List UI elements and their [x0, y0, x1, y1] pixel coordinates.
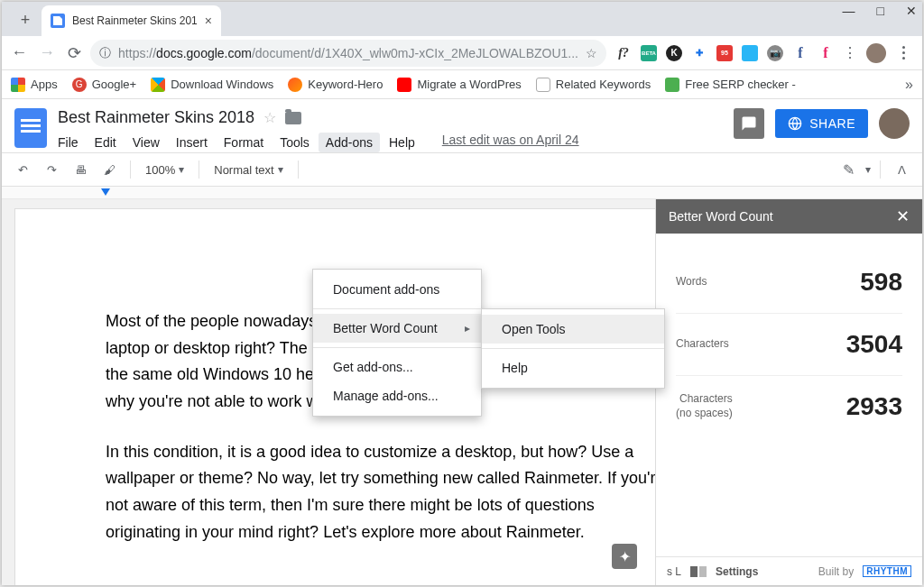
docs-favicon	[51, 14, 65, 28]
indent-marker-icon[interactable]	[101, 188, 110, 196]
plus-ext-icon[interactable]: ✚	[691, 45, 707, 61]
undo-button[interactable]: ↶	[11, 158, 34, 181]
toolbar-separator	[880, 161, 881, 179]
docs-header: Best Rainmeter Skins 2018 ☆ File Edit Vi…	[2, 99, 922, 152]
reload-button[interactable]: ⟳	[62, 40, 87, 67]
menu-item-manage-addons[interactable]: Manage add-ons...	[313, 381, 481, 410]
site-info-icon[interactable]: ⓘ	[99, 45, 111, 61]
beta-ext-icon[interactable]: BETA	[641, 45, 657, 61]
paragraph-style-select[interactable]: Normal text▾	[208, 163, 288, 177]
toolbar-separator	[130, 161, 131, 179]
settings-link[interactable]: Settings	[716, 565, 758, 578]
last-edit-link[interactable]: Last edit was on April 24	[442, 133, 579, 152]
ruler[interactable]	[2, 187, 922, 199]
menu-separator	[313, 308, 481, 309]
menu-separator	[313, 347, 481, 348]
characters-nospaces-label: Characters(no spaces)	[676, 392, 733, 420]
collapse-toolbar-button[interactable]: ᐱ	[890, 158, 913, 181]
keyword-hero-bookmark[interactable]: Keyword-Hero	[288, 78, 383, 92]
paint-format-button[interactable]: 🖌	[97, 158, 121, 181]
print-button[interactable]: 🖶	[69, 158, 92, 181]
k-ext-icon[interactable]: K	[666, 45, 682, 61]
menu-format[interactable]: Format	[224, 133, 263, 152]
zoom-select[interactable]: 100%▾	[140, 163, 189, 177]
menu-tools[interactable]: Tools	[280, 133, 310, 152]
counter-ext-icon[interactable]: 95	[716, 45, 733, 61]
maximize-button[interactable]: □	[877, 4, 884, 18]
pink-f-ext-icon[interactable]: f	[818, 45, 834, 61]
facebook-ext-icon[interactable]: f	[792, 45, 808, 61]
account-avatar[interactable]	[879, 108, 910, 139]
chevron-down-icon: ▾	[278, 163, 283, 176]
reader-ext-icon[interactable]: f?	[615, 45, 632, 61]
panel-header: Better Word Count ✕	[656, 199, 922, 234]
bookmark-star-icon[interactable]: ☆	[586, 46, 597, 60]
minimize-button[interactable]: —	[843, 4, 855, 18]
comment-icon	[741, 115, 757, 132]
menu-item-get-addons[interactable]: Get add-ons...	[313, 353, 481, 381]
explore-button[interactable]: ✦	[612, 544, 637, 569]
menu-addons[interactable]: Add-ons	[319, 133, 380, 152]
editing-mode-button[interactable]: ✎	[836, 158, 860, 181]
menu-item-document-addons[interactable]: Document add-ons	[313, 275, 481, 304]
menu-file[interactable]: File	[58, 133, 79, 152]
youtube-icon	[397, 78, 411, 92]
related-keywords-bookmark[interactable]: Related Keywords	[536, 78, 651, 92]
panel-title: Better Word Count	[669, 209, 773, 224]
close-window-button[interactable]: ✕	[906, 4, 917, 18]
panel-close-button[interactable]: ✕	[896, 206, 910, 226]
docs-toolbar: ↶ ↷ 🖶 🖌 100%▾ Normal text▾ ✎ ▾ ᐱ	[2, 152, 922, 187]
back-button[interactable]: ←	[7, 40, 32, 67]
menu-edit[interactable]: Edit	[95, 133, 116, 152]
omnibox[interactable]: ⓘ https://docs.google.com/document/d/1X4…	[90, 40, 606, 67]
redo-button[interactable]: ↷	[40, 158, 63, 181]
ext-separator: ⋮	[843, 44, 857, 61]
word-count-panel: Better Word Count ✕ Words 598 Characters…	[655, 199, 922, 585]
tab-strip: + Best Rainmeter Skins 201 ×	[2, 2, 922, 36]
migrate-bookmark[interactable]: Migrate a WordPres	[397, 78, 521, 92]
addons-menu: Document add-ons Better Word Count Get a…	[312, 269, 482, 417]
menu-insert[interactable]: Insert	[176, 133, 208, 152]
stat-characters: Characters 3504	[676, 314, 902, 376]
serp-icon	[665, 78, 679, 92]
toolbar-separator	[298, 161, 299, 179]
toolbar-separator	[199, 161, 199, 179]
move-folder-icon[interactable]	[285, 112, 301, 124]
page-icon	[536, 78, 550, 92]
profile-avatar[interactable]	[866, 43, 886, 63]
submenu-item-help[interactable]: Help	[482, 353, 664, 382]
share-button[interactable]: SHARE	[775, 109, 868, 138]
download-windows-bookmark[interactable]: Download Windows	[151, 78, 273, 92]
forward-button[interactable]: →	[35, 40, 60, 67]
serp-checker-bookmark[interactable]: Free SERP checker -	[665, 78, 796, 92]
view-toggle[interactable]	[690, 566, 707, 577]
tab-close-button[interactable]: ×	[205, 14, 212, 28]
characters-nospaces-value: 2933	[846, 392, 902, 421]
menu-help[interactable]: Help	[389, 133, 415, 152]
submenu-item-open-tools[interactable]: Open Tools	[482, 315, 664, 344]
docs-logo-icon[interactable]	[14, 108, 47, 148]
document-title[interactable]: Best Rainmeter Skins 2018	[58, 108, 254, 127]
apps-bookmark[interactable]: Apps	[11, 78, 58, 92]
menu-view[interactable]: View	[133, 133, 160, 152]
characters-value: 3504	[846, 330, 902, 359]
blue-ext-icon[interactable]	[742, 45, 758, 61]
star-document-icon[interactable]: ☆	[263, 109, 276, 126]
keyword-hero-icon	[288, 78, 302, 92]
chevron-down-icon: ▾	[179, 163, 184, 176]
browser-tab[interactable]: Best Rainmeter Skins 201 ×	[42, 5, 221, 36]
menu-item-better-word-count[interactable]: Better Word Count	[313, 314, 481, 343]
new-tab-button[interactable]: +	[13, 7, 38, 32]
brand-badge[interactable]: RHYTHM	[863, 565, 911, 577]
browser-menu-button[interactable]	[895, 46, 911, 60]
camera-ext-icon[interactable]: 📷	[767, 45, 783, 61]
bookmarks-bar: Apps G Google+ Download Windows Keyword-…	[2, 70, 922, 99]
comments-button[interactable]	[734, 108, 764, 139]
gplus-bookmark[interactable]: G Google+	[72, 78, 137, 92]
paragraph[interactable]: In this condition, it is a good idea to …	[106, 439, 655, 546]
chevron-down-icon: ▾	[865, 163, 871, 176]
address-bar-row: ← → ⟳ ⓘ https://docs.google.com/document…	[2, 36, 922, 70]
sl-indicator: s L	[667, 565, 681, 578]
tab-title: Best Rainmeter Skins 201	[72, 14, 198, 27]
bookmarks-overflow-button[interactable]: »	[905, 77, 913, 93]
